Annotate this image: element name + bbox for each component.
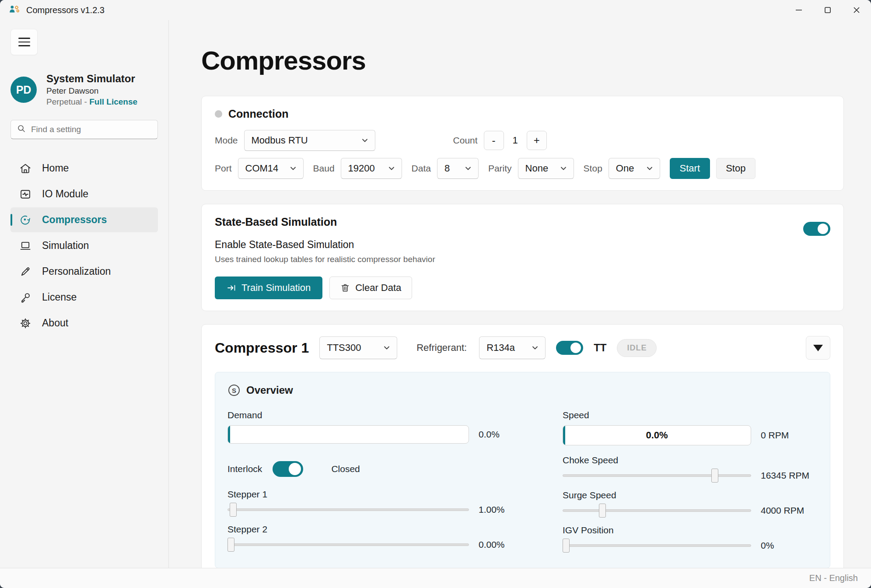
overview-panel: S Overview Demand (215, 372, 830, 568)
sidebar-item-io-module[interactable]: IO Module (10, 182, 158, 206)
simulation-icon (19, 240, 31, 252)
sidebar-item-personalization[interactable]: Personalization (10, 259, 158, 284)
avatar: PD (10, 77, 37, 103)
surge-speed-slider-thumb[interactable] (599, 504, 606, 518)
start-button[interactable]: Start (670, 158, 710, 179)
stop-button[interactable]: Stop (716, 158, 756, 179)
chevron-down-icon (388, 164, 395, 172)
baud-dropdown[interactable]: 19200 (341, 158, 402, 179)
enable-simulation-toggle[interactable] (803, 222, 830, 236)
state-simulation-title: State-Based Simulation (215, 216, 803, 228)
about-gear-icon (19, 317, 31, 329)
collapse-triangle-icon (813, 345, 823, 351)
count-increment-button[interactable]: + (527, 131, 547, 150)
main-content: Compressors Connection Mode Modbus RTU C… (169, 20, 871, 568)
enable-simulation-label: Enable State-Based Simulation (215, 239, 803, 251)
train-simulation-button[interactable]: Train Simulation (215, 276, 322, 299)
choke-speed-slider[interactable] (563, 468, 751, 483)
count-group: Count - 1 + (453, 131, 547, 150)
igv-position-block: IGV Position 0% (563, 525, 818, 553)
search-input[interactable] (31, 125, 151, 134)
choke-speed-label: Choke Speed (563, 455, 818, 466)
hamburger-icon (18, 38, 30, 39)
chevron-down-icon (383, 344, 391, 352)
surge-speed-label: Surge Speed (563, 490, 818, 500)
stepper1-slider-thumb[interactable] (230, 503, 237, 517)
sidebar-item-license[interactable]: License (10, 285, 158, 310)
app-window: Compressors v1.2.3 PD System Simulator (0, 0, 871, 588)
sidebar-item-simulation[interactable]: Simulation (10, 233, 158, 258)
profile-name: Peter Dawson (46, 86, 137, 96)
stepper1-slider[interactable] (227, 502, 469, 517)
minimize-button[interactable] (784, 0, 813, 20)
sidebar-item-compressors[interactable]: Compressors (10, 207, 158, 232)
chevron-down-icon (361, 136, 369, 144)
io-module-icon (19, 188, 31, 200)
parity-dropdown[interactable]: None (518, 158, 574, 179)
enable-simulation-description: Uses trained lookup tables for realistic… (215, 255, 803, 264)
search-box[interactable] (10, 120, 158, 139)
stepper2-block: Stepper 2 0.00% (227, 524, 516, 552)
personalization-icon (19, 266, 31, 278)
stepper2-slider-thumb[interactable] (227, 538, 234, 552)
compressor-enable-toggle[interactable] (556, 341, 583, 355)
compressor-icon (19, 214, 31, 226)
clear-data-button[interactable]: Clear Data (329, 276, 412, 299)
interlock-state: Closed (331, 464, 360, 474)
interlock-toggle[interactable] (273, 461, 303, 477)
port-dropdown[interactable]: COM14 (238, 158, 304, 179)
choke-speed-value: 16345 RPM (761, 470, 818, 481)
data-bits-dropdown[interactable]: 8 (437, 158, 479, 179)
status-badge: IDLE (617, 339, 657, 357)
sidebar-item-label: License (42, 291, 77, 303)
speed-percent: 0.0% (563, 426, 751, 445)
surge-speed-block: Surge Speed 4000 RPM (563, 490, 818, 518)
selected-indicator (10, 214, 12, 226)
stepper2-value: 0.00% (479, 539, 516, 550)
igv-position-value: 0% (761, 540, 818, 551)
app-icon (9, 4, 20, 17)
choke-speed-slider-thumb[interactable] (711, 469, 718, 483)
search-icon (17, 124, 26, 135)
igv-position-slider-thumb[interactable] (563, 539, 570, 553)
overview-icon: S (227, 384, 241, 397)
model-dropdown[interactable]: TTS300 (319, 336, 397, 359)
mode-dropdown[interactable]: Modbus RTU (244, 130, 375, 151)
hamburger-menu-button[interactable] (10, 29, 38, 55)
stepper1-label: Stepper 1 (227, 489, 516, 500)
footer-bar: EN - English (0, 568, 871, 588)
tt-label: TT (594, 342, 606, 354)
demand-block: Demand 0.0% (227, 410, 516, 444)
stepper2-slider[interactable] (227, 537, 469, 552)
sidebar-item-label: About (42, 317, 68, 329)
chevron-down-icon (289, 164, 297, 172)
stop-bits-label: Stop (584, 163, 602, 174)
state-simulation-card: State-Based Simulation Enable State-Base… (201, 204, 844, 311)
interlock-block: Interlock Closed (227, 461, 516, 477)
surge-speed-slider[interactable] (563, 503, 751, 518)
connection-title: Connection (228, 108, 289, 120)
sidebar-item-label: Simulation (42, 240, 89, 252)
svg-text:S: S (232, 387, 236, 394)
compressor-name: Compressor 1 (215, 340, 309, 356)
count-label: Count (453, 135, 478, 146)
refrigerant-dropdown[interactable]: R134a (479, 336, 546, 359)
train-arrow-icon (227, 283, 236, 293)
collapse-button[interactable] (806, 336, 830, 360)
count-decrement-button[interactable]: - (484, 131, 504, 150)
mode-label: Mode (215, 135, 238, 146)
language-indicator[interactable]: EN - English (809, 573, 858, 583)
baud-label: Baud (313, 163, 335, 174)
maximize-button[interactable] (813, 0, 842, 20)
stop-bits-dropdown[interactable]: One (609, 158, 660, 179)
page-title: Compressors (201, 46, 844, 76)
sidebar-item-home[interactable]: Home (10, 156, 158, 181)
igv-position-slider[interactable] (563, 538, 751, 553)
close-button[interactable] (842, 0, 871, 20)
sidebar-item-about[interactable]: About (10, 311, 158, 336)
license-type: Full License (89, 97, 137, 106)
demand-value: 0.0% (479, 429, 516, 440)
chevron-down-icon (646, 164, 654, 172)
sidebar-item-label: Home (42, 162, 69, 174)
speed-block: Speed 0.0% 0 RPM (563, 410, 818, 445)
